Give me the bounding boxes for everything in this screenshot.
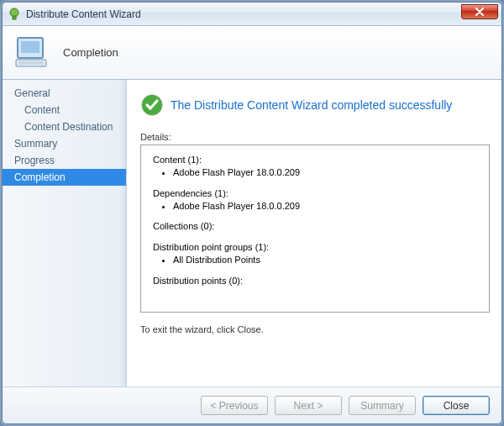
sidebar-item-label: Content Destination xyxy=(24,121,113,133)
svg-rect-5 xyxy=(18,61,44,65)
page-title: Completion xyxy=(63,46,118,59)
sidebar-item-content[interactable]: Content xyxy=(3,102,126,118)
details-group-list: All Distribution Points xyxy=(163,254,477,266)
svg-rect-3 xyxy=(21,41,39,53)
details-group: Dependencies (1):Adobe Flash Player 18.0… xyxy=(153,187,477,213)
details-group: Distribution points (0): xyxy=(153,275,477,287)
next-button[interactable]: Next > xyxy=(275,396,342,415)
window-close-button[interactable] xyxy=(461,4,498,19)
details-group-list-item: Adobe Flash Player 18.0.0.209 xyxy=(173,200,477,213)
wizard-body: GeneralContentContent DestinationSummary… xyxy=(3,80,501,387)
main-content: The Distribute Content Wizard completed … xyxy=(127,80,501,387)
sidebar-item-label: Content xyxy=(24,104,60,116)
sidebar-item-label: Summary xyxy=(14,138,57,150)
details-group-list-item: Adobe Flash Player 18.0.0.209 xyxy=(173,166,477,179)
sidebar-item-content-destination[interactable]: Content Destination xyxy=(3,118,126,135)
sidebar-item-progress[interactable]: Progress xyxy=(3,152,126,169)
wizard-header: Completion xyxy=(3,26,501,80)
details-group-header: Distribution point groups (1): xyxy=(153,241,477,254)
details-group-list-item: All Distribution Points xyxy=(173,254,477,266)
sidebar-item-label: Progress xyxy=(14,155,55,166)
details-label: Details: xyxy=(140,132,490,142)
sidebar: GeneralContentContent DestinationSummary… xyxy=(3,80,127,387)
details-group: Distribution point groups (1):All Distri… xyxy=(153,241,477,266)
app-icon xyxy=(8,8,21,21)
success-check-icon xyxy=(140,93,164,117)
previous-button[interactable]: < Previous xyxy=(201,396,268,415)
titlebar: Distribute Content Wizard xyxy=(3,3,501,26)
sidebar-item-completion[interactable]: Completion xyxy=(3,169,126,186)
sidebar-item-label: Completion xyxy=(14,171,66,183)
window-title: Distribute Content Wizard xyxy=(26,8,141,20)
svg-rect-1 xyxy=(13,16,16,19)
wizard-footer: < Previous Next > Summary Close xyxy=(3,387,501,423)
wizard-window: Distribute Content Wizard Completion Gen… xyxy=(2,2,502,424)
details-group-header: Distribution points (0): xyxy=(153,275,477,287)
exit-instruction: To exit the wizard, click Close. xyxy=(140,324,490,334)
details-group-header: Collections (0): xyxy=(153,220,477,233)
details-group-list: Adobe Flash Player 18.0.0.209 xyxy=(163,200,477,213)
details-group-header: Dependencies (1): xyxy=(153,187,477,200)
close-button[interactable]: Close xyxy=(423,396,490,415)
details-group-list: Adobe Flash Player 18.0.0.209 xyxy=(163,166,477,179)
details-group: Content (1):Adobe Flash Player 18.0.0.20… xyxy=(153,154,477,179)
details-group: Collections (0): xyxy=(153,220,477,233)
success-row: The Distribute Content Wizard completed … xyxy=(140,93,490,117)
sidebar-item-general[interactable]: General xyxy=(3,85,126,102)
header-computer-icon xyxy=(13,33,53,73)
details-group-header: Content (1): xyxy=(153,154,477,166)
summary-button[interactable]: Summary xyxy=(349,396,416,415)
details-box: Content (1):Adobe Flash Player 18.0.0.20… xyxy=(140,145,490,313)
sidebar-item-summary[interactable]: Summary xyxy=(3,135,126,152)
sidebar-item-label: General xyxy=(14,87,50,99)
success-message: The Distribute Content Wizard completed … xyxy=(171,98,452,112)
